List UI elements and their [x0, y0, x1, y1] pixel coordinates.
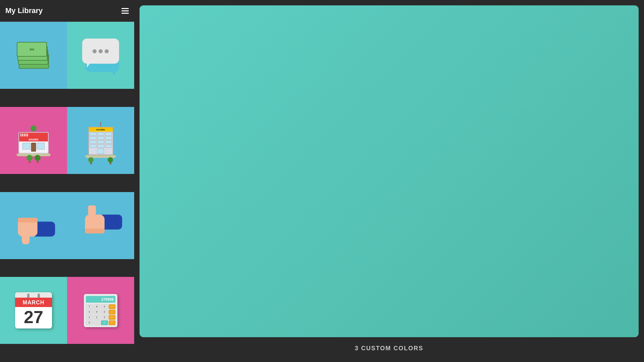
calendar-day: 27: [15, 307, 52, 328]
chat-bubble-icon: [75, 30, 126, 80]
grid-item-calculator[interactable]: 27959$ 7 8 9 + 4 5 6 - 1 2 3 × 0: [67, 277, 134, 344]
grid-item-shop[interactable]: ▌▌▌▌▌ envato: [0, 107, 67, 174]
calc-btn-8: 8: [94, 304, 101, 309]
office-icon: envato: [75, 115, 126, 166]
calc-btn-1: 1: [86, 315, 93, 320]
menu-line-2: [121, 10, 129, 11]
library-title: My Library: [5, 6, 43, 15]
shop-label: envato: [29, 138, 38, 141]
shop-icon: ▌▌▌▌▌ envato: [8, 115, 59, 166]
calculator-buttons: 7 8 9 + 4 5 6 - 1 2 3 × 0 . =: [86, 304, 115, 325]
calc-btn-9: 9: [101, 304, 108, 309]
left-panel: My Library $$$ $$$ $$$: [0, 0, 134, 362]
menu-line-1: [121, 8, 129, 9]
svg-rect-3: [18, 218, 37, 222]
calc-btn-5: 5: [94, 310, 101, 314]
grid-item-thumbup[interactable]: [67, 192, 134, 259]
grid-item-chat[interactable]: [67, 22, 134, 89]
grid-item-money[interactable]: $$$ $$$ $$$ $$$: [0, 22, 67, 89]
calc-btn-3: 3: [101, 315, 108, 320]
library-header: My Library: [0, 0, 134, 22]
custom-colors-bar: 3 CUSTOM COLORS: [140, 340, 639, 357]
chat-dot-3: [105, 49, 109, 53]
calc-btn-multiply: ×: [109, 315, 116, 320]
office-label: envato: [96, 128, 105, 131]
chat-bubble-front: [82, 39, 119, 64]
calc-btn-equals: =: [101, 320, 108, 325]
svg-rect-2: [22, 233, 30, 244]
money-icon: $$$ $$$ $$$ $$$: [8, 30, 59, 80]
calculator-screen: 27959$: [86, 296, 115, 303]
grid-item-calendar[interactable]: MARCH 27: [0, 277, 67, 344]
svg-rect-6: [88, 205, 96, 216]
calc-btn-divide: ÷: [109, 320, 116, 325]
calc-btn-7: 7: [86, 304, 93, 309]
right-panel: 3 CUSTOM COLORS: [134, 0, 644, 362]
chat-dot-2: [99, 49, 103, 53]
calculator-icon: 27959$ 7 8 9 + 4 5 6 - 1 2 3 × 0: [75, 285, 126, 336]
thumbs-down-icon: [8, 200, 59, 251]
calendar-month: MARCH: [15, 298, 52, 307]
calendar-icon: MARCH 27: [8, 285, 59, 336]
grid-item-office[interactable]: envato: [67, 107, 134, 174]
chat-dot-1: [93, 49, 97, 53]
calc-btn-6: 6: [101, 310, 108, 314]
calc-btn-0: 0: [86, 320, 93, 325]
calc-btn-dot: .: [94, 320, 101, 325]
svg-rect-7: [85, 229, 104, 233]
grid-item-thumbdown[interactable]: [0, 192, 67, 259]
library-grid: $$$ $$$ $$$ $$$: [0, 22, 134, 362]
calc-btn-minus: -: [109, 310, 116, 314]
custom-colors-label: 3 CUSTOM COLORS: [355, 345, 424, 352]
calc-btn-plus: +: [109, 304, 116, 309]
hamburger-menu-icon[interactable]: [121, 8, 129, 14]
thumbs-up-icon: [75, 200, 126, 251]
preview-area: [140, 5, 639, 337]
calc-btn-4: 4: [86, 310, 93, 314]
menu-line-3: [121, 13, 129, 14]
calc-btn-2: 2: [94, 315, 101, 320]
